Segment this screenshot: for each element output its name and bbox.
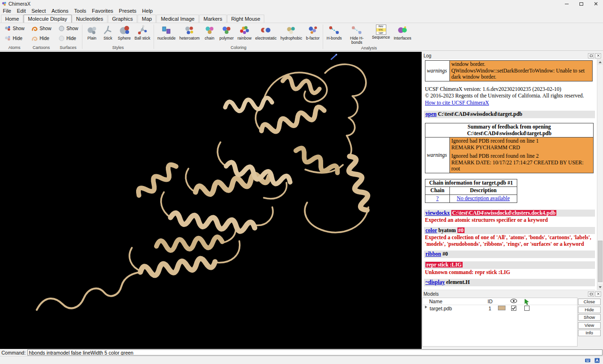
- sequence-icon: MAV VVC SWY: [376, 24, 386, 35]
- style-plain-icon: [86, 24, 98, 36]
- minimize-icon: [565, 4, 569, 4]
- model-row-target-pdb[interactable]: target.pdb 1: [423, 305, 577, 313]
- models-hide-button[interactable]: Hide: [578, 307, 601, 313]
- style-ballstick-button[interactable]: Ball stick: [132, 24, 152, 41]
- command-bar: Command:: [0, 349, 603, 356]
- maximize-button[interactable]: [574, 0, 588, 8]
- tab-nucleotides[interactable]: Nucleotides: [72, 15, 107, 23]
- color-rainbow-button[interactable]: rainbow: [236, 24, 253, 41]
- model-selected-checkbox[interactable]: [524, 306, 530, 311]
- color-command-echo: color byatom #0: [424, 227, 595, 235]
- sequence-button[interactable]: MAV VVC SWY Sequence: [370, 24, 391, 40]
- models-close-model-button[interactable]: Close: [578, 299, 601, 305]
- color-heteroatom-button[interactable]: heteroatom: [178, 24, 202, 41]
- color-command-link[interactable]: color: [425, 227, 437, 233]
- surfaces-show-button[interactable]: Show: [56, 24, 81, 33]
- feedback-summary-table: Summary of feedback from opening C:\test…: [425, 123, 594, 173]
- color-bfactor-button[interactable]: b-factor: [304, 24, 321, 41]
- atoms-hide-button[interactable]: Hide: [2, 33, 27, 43]
- menu-bar: File Edit Select Actions Tools Favorites…: [0, 8, 603, 15]
- atoms-show-icon: [4, 25, 11, 32]
- models-show-button[interactable]: Show: [578, 314, 601, 321]
- chain-description-link[interactable]: No description available: [457, 195, 510, 201]
- ribbon-command-echo: ribbon #0: [424, 251, 595, 258]
- cartoons-show-button[interactable]: Show: [29, 24, 54, 33]
- color-hydrophobic-button[interactable]: hydrophobic: [278, 24, 304, 41]
- close-button[interactable]: [588, 0, 603, 8]
- open-command-link[interactable]: open: [425, 111, 437, 117]
- expand-triangle-icon[interactable]: [425, 306, 427, 308]
- viewdockx-command-echo: viewdockx C:\test\CAD4\swissdockd\cluste…: [424, 210, 595, 217]
- models-float-button[interactable]: [588, 291, 594, 297]
- tab-molecule-display[interactable]: Molecule Display: [24, 15, 71, 23]
- color-electrostatic-button[interactable]: electrostatic: [253, 24, 278, 41]
- ribbon-command-link[interactable]: ribbon: [425, 251, 441, 257]
- surfaces-group-label: Surfaces: [56, 45, 81, 50]
- input-method-status-icon[interactable]: [594, 357, 600, 364]
- hide-h-bonds-icon: [351, 24, 362, 36]
- display-command-link[interactable]: ~display: [425, 279, 445, 285]
- visibility-eye-icon: [510, 299, 517, 304]
- menu-actions[interactable]: Actions: [49, 8, 71, 15]
- surfaces-hide-button[interactable]: Hide: [56, 33, 81, 43]
- model-shown-checkbox[interactable]: [511, 306, 516, 311]
- menu-edit[interactable]: Edit: [14, 8, 29, 15]
- viewdockx-command-link[interactable]: viewdockx: [425, 210, 450, 216]
- nucleotide-icon: [161, 24, 172, 36]
- style-plain-button[interactable]: Plain: [84, 24, 100, 41]
- hide-hbonds-button[interactable]: Hide H-bonds: [343, 24, 370, 45]
- model-color-swatch[interactable]: [498, 306, 505, 310]
- models-panel: Name ID target.pdb 1 Close Hide Show: [422, 298, 603, 348]
- keyboard-status-icon[interactable]: [585, 357, 591, 364]
- copyright-line: © 2016-2023 Regents of the University of…: [425, 93, 595, 99]
- menu-select[interactable]: Select: [29, 8, 49, 15]
- models-info-button[interactable]: Info: [578, 330, 601, 336]
- float-icon: [590, 55, 593, 57]
- display-command-echo: ~display element.H: [424, 279, 595, 286]
- log-panel-header: Log: [422, 52, 603, 59]
- hbonds-button[interactable]: H-bonds: [325, 24, 343, 41]
- tab-right-mouse[interactable]: Right Mouse: [227, 15, 265, 23]
- color-chain-button[interactable]: chain: [202, 24, 218, 41]
- style-sphere-button[interactable]: Sphere: [116, 24, 132, 41]
- models-view-button[interactable]: View: [578, 322, 601, 329]
- atoms-show-button[interactable]: Show: [2, 24, 27, 33]
- toolbar-group-cartoons: Show Hide Cartoons: [28, 23, 55, 50]
- models-close-button[interactable]: [595, 291, 601, 297]
- style-ballstick-icon: [137, 24, 148, 36]
- log-scrollbar[interactable]: [597, 59, 603, 290]
- toolbar-group-surfaces: Show Hide Surfaces: [55, 23, 81, 50]
- menu-presets[interactable]: Presets: [116, 8, 139, 15]
- command-input[interactable]: [27, 349, 603, 356]
- menu-help[interactable]: Help: [139, 8, 156, 15]
- graphics-viewport[interactable]: [0, 52, 422, 349]
- style-stick-button[interactable]: Stick: [100, 24, 116, 41]
- minimize-button[interactable]: [559, 0, 574, 8]
- toolbar-group-atoms: Show Hide Atoms: [1, 23, 28, 50]
- tab-medical-image[interactable]: Medical Image: [156, 15, 199, 23]
- color-nucleotide-button[interactable]: nucleotide: [155, 24, 178, 41]
- tab-markers[interactable]: Markers: [199, 15, 227, 23]
- cite-link[interactable]: How to cite UCSF ChimeraX: [425, 100, 489, 105]
- close-icon: [597, 54, 600, 57]
- log-float-button[interactable]: [588, 53, 594, 58]
- menu-file[interactable]: File: [0, 8, 14, 15]
- scroll-up-button[interactable]: [597, 59, 603, 65]
- chain-id-link[interactable]: ?: [436, 195, 439, 201]
- toolbar-separator: [323, 24, 323, 49]
- interfaces-button[interactable]: Interfaces: [392, 24, 413, 41]
- scrollbar-thumb[interactable]: [598, 241, 603, 282]
- menu-tools[interactable]: Tools: [71, 8, 89, 15]
- arrow-up-icon: [599, 61, 602, 63]
- scroll-down-button[interactable]: [597, 284, 603, 290]
- tab-home[interactable]: Home: [1, 15, 23, 23]
- tab-graphics[interactable]: Graphics: [108, 15, 137, 23]
- log-close-button[interactable]: [595, 53, 601, 58]
- atoms-group-label: Atoms: [2, 45, 27, 50]
- open-command-echo: open C:\test\CAD4\swissdockd\target.pdb: [424, 111, 595, 118]
- menu-favorites[interactable]: Favorites: [89, 8, 116, 15]
- color-polymer-button[interactable]: polymer: [218, 24, 236, 41]
- tab-map[interactable]: Map: [138, 15, 156, 23]
- h-bonds-icon: [328, 24, 340, 36]
- cartoons-hide-button[interactable]: Hide: [29, 33, 54, 43]
